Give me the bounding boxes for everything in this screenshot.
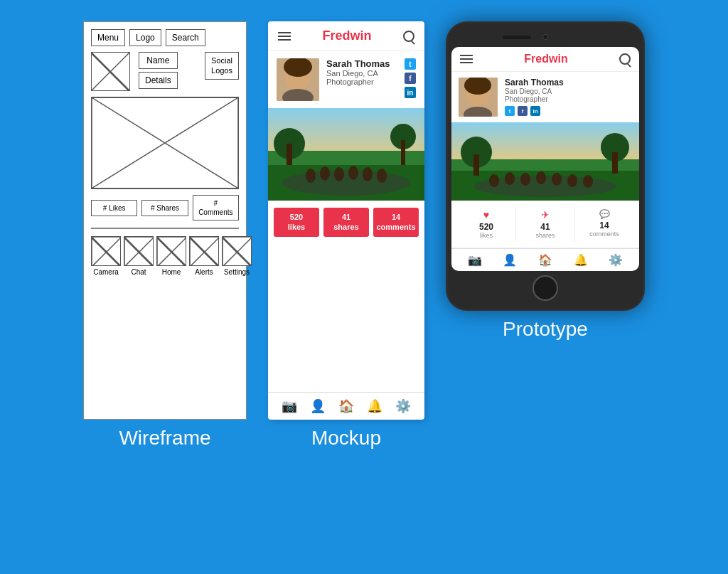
mockup-search-icon[interactable]	[403, 31, 414, 42]
wf-nav-settings[interactable]: Settings	[222, 236, 252, 276]
mockup-comments-btn[interactable]: 14 comments	[373, 208, 419, 237]
proto-facebook-icon[interactable]: f	[518, 106, 528, 116]
proto-profession: Photographer	[505, 95, 632, 103]
proto-social-row: t f in	[505, 106, 632, 116]
mockup-camera-nav-icon[interactable]: 📷	[282, 398, 297, 414]
wf-menu-btn[interactable]: Menu	[91, 29, 125, 46]
mockup-panel: Fredwin Sarah Thomas	[268, 21, 424, 420]
wf-nav-row: Camera Chat	[91, 236, 239, 276]
proto-home-nav[interactable]: 🏠	[538, 253, 552, 267]
wf-profile-row: Name Details Social Logos	[91, 52, 239, 91]
svg-point-52	[520, 173, 530, 186]
phone-bottom-bar	[451, 274, 639, 302]
proto-gear-nav[interactable]: ⚙️	[609, 253, 623, 267]
svg-point-33	[320, 166, 330, 181]
mockup-profile-section: Sarah Thomas San Diego, CA Photographer …	[268, 51, 424, 108]
proto-profile-info: Sarah Thomas San Diego, CA Photographer …	[505, 78, 632, 116]
mockup-profile-nav-icon[interactable]: 👤	[310, 398, 326, 414]
proto-shares-label: shares	[535, 232, 555, 239]
wireframe-panel: Menu Logo Search Name Details Social Log…	[83, 21, 247, 420]
proto-twitter-icon[interactable]: t	[505, 106, 515, 116]
mockup-profession: Photographer	[326, 78, 397, 86]
wf-social-logos: Social Logos	[205, 52, 239, 80]
wf-camera-icon-placeholder	[91, 236, 121, 266]
wf-header-row: Menu Logo Search	[91, 29, 239, 46]
wf-chat-label: Chat	[131, 268, 146, 276]
mockup-name: Sarah Thomas	[326, 58, 397, 69]
svg-point-37	[377, 169, 387, 183]
mockup-likes-number: 520	[277, 212, 316, 222]
proto-search-icon[interactable]	[619, 53, 631, 65]
prototype-label: Prototype	[474, 318, 616, 341]
phone-screen: Fredwin	[451, 47, 639, 271]
mockup-linkedin-icon[interactable]: in	[405, 87, 416, 98]
wf-home-label: Home	[162, 268, 181, 276]
wireframe-label: Wireframe	[94, 427, 236, 450]
mockup-profile-info: Sarah Thomas San Diego, CA Photographer	[326, 58, 397, 86]
svg-point-54	[552, 173, 562, 186]
mockup-likes-label: likes	[277, 222, 316, 232]
svg-point-55	[567, 174, 577, 187]
mockup-gear-nav-icon[interactable]: ⚙️	[395, 398, 411, 414]
proto-hamburger-3	[460, 62, 473, 63]
proto-comments-stat: 💬 14 comments	[575, 206, 633, 242]
mockup-likes-btn[interactable]: 520 likes	[274, 208, 319, 237]
phone-speaker	[503, 36, 531, 39]
proto-photo	[451, 122, 639, 201]
proto-profile-nav[interactable]: 👤	[503, 253, 517, 267]
mockup-facebook-icon[interactable]: f	[405, 73, 416, 84]
proto-location: San Diego, CA	[505, 87, 632, 95]
proto-hamburger-1	[460, 55, 473, 56]
mockup-twitter-icon[interactable]: t	[405, 58, 416, 70]
mockup-home-nav-icon[interactable]: 🏠	[338, 398, 354, 414]
proto-header: Fredwin	[451, 47, 639, 72]
wf-camera-label: Camera	[93, 268, 119, 276]
wf-settings-icon-placeholder	[222, 236, 252, 266]
mockup-label: Mockup	[275, 427, 417, 450]
wf-main-image-placeholder	[91, 97, 239, 189]
wf-nav-alerts[interactable]: Alerts	[189, 236, 219, 276]
svg-point-56	[583, 175, 593, 188]
main-content: Menu Logo Search Name Details Social Log…	[14, 21, 714, 560]
prototype-phone: Fredwin	[446, 21, 645, 311]
mockup-avatar	[277, 58, 319, 101]
proto-camera-nav[interactable]: 📷	[468, 253, 482, 267]
hamburger-line-1	[278, 32, 291, 33]
proto-shares-stat: ✈ 41 shares	[516, 206, 575, 242]
proto-name: Sarah Thomas	[505, 78, 632, 87]
mockup-menu-icon[interactable]	[278, 32, 291, 41]
proto-comment-icon: 💬	[599, 209, 610, 219]
mockup-social-icons: t f in	[405, 58, 416, 98]
mockup-bell-nav-icon[interactable]: 🔔	[367, 398, 382, 414]
phone-top-bar	[451, 30, 639, 44]
svg-point-53	[536, 171, 546, 184]
wf-profile-labels: Name Details	[134, 52, 178, 89]
wf-details-label: Details	[139, 72, 178, 89]
wf-nav-camera[interactable]: Camera	[91, 236, 121, 276]
svg-point-51	[505, 172, 515, 185]
proto-likes-stat: ♥ 520 likes	[457, 206, 516, 242]
svg-point-36	[363, 167, 373, 181]
mockup-photo	[268, 108, 424, 201]
wf-settings-label: Settings	[224, 268, 250, 276]
mockup-stats: 520 likes 41 shares 14 comments	[268, 201, 424, 244]
svg-rect-46	[473, 154, 479, 176]
mockup-nav: 📷 👤 🏠 🔔 ⚙️	[268, 392, 424, 420]
phone-home-button[interactable]	[532, 275, 558, 301]
proto-search-circle	[619, 53, 631, 65]
proto-hamburger-2	[460, 58, 473, 60]
wf-home-icon-placeholder	[156, 236, 186, 266]
proto-menu-icon[interactable]	[460, 55, 473, 63]
wf-shares-stat: # Shares	[141, 200, 188, 216]
wf-stats-row: # Likes # Shares # Comments	[91, 195, 239, 220]
proto-heart-icon: ♥	[483, 209, 489, 220]
mockup-shares-number: 41	[326, 212, 366, 222]
wf-search-btn[interactable]: Search	[166, 29, 205, 46]
proto-linkedin-icon[interactable]: in	[530, 106, 540, 116]
wf-nav-chat[interactable]: Chat	[124, 236, 154, 276]
wf-nav-home[interactable]: Home	[156, 236, 186, 276]
mockup-app-name: Fredwin	[322, 28, 371, 43]
proto-bell-nav[interactable]: 🔔	[574, 253, 588, 267]
svg-rect-48	[612, 152, 618, 174]
mockup-shares-btn[interactable]: 41 shares	[323, 208, 369, 237]
